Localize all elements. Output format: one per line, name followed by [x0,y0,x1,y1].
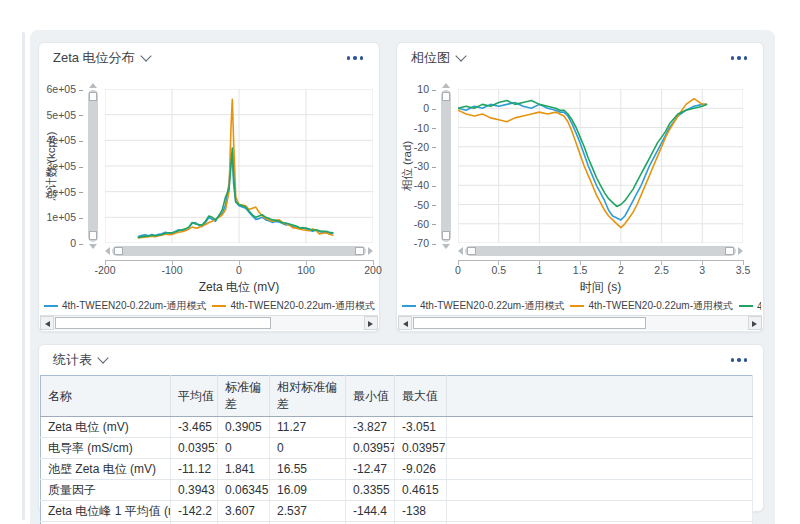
filler-cell [447,459,753,480]
plot-area[interactable] [105,89,373,243]
legend-label: 4th-TWEEN20-0.22um-通用模式 [62,299,206,313]
vertical-slider-handle-top[interactable] [89,92,97,101]
legend-item[interactable]: 4 [739,301,761,312]
vertical-slider-track[interactable] [88,90,98,242]
scrollbar-right-arrow[interactable] [364,316,378,330]
legend-label: 4th-TWEEN20-0.22um-通用模式 [230,299,374,313]
x-tick-label: 2 [618,264,624,276]
scrollbar-left-arrow[interactable] [398,316,412,330]
legend-color-dash [570,305,584,307]
horizontal-slider-handle-left[interactable] [114,247,123,255]
y-tick-label: -10 [397,122,436,134]
panel-header: 统计表 [39,345,763,375]
filler-cell [447,438,753,459]
value-cell: 16.09 [270,480,346,501]
phase-plot-panel: 相位图 相位 (rad) -70-60-50-40-30-20-10010 00… [396,42,764,332]
vertical-slider-handle-bottom[interactable] [442,231,450,240]
legend-item[interactable]: 4th-TWEEN20-0.22um-通用模式 [402,299,564,313]
x-axis-title: 时间 (s) [458,279,743,296]
horizontal-slider-handle-right[interactable] [725,247,734,255]
x-tick-label: 1 [537,264,543,276]
y-tick-label: 4e+05 [39,134,83,146]
panel-title-dropdown[interactable]: 相位图 [411,49,465,67]
horizontal-slider-track[interactable] [465,246,736,256]
vertical-zoom-slider[interactable] [440,83,452,249]
panel-horizontal-scrollbar[interactable] [398,315,762,330]
value-cell: -12.47 [346,459,395,480]
table-row[interactable]: 质量因子0.39430.0634516.090.33550.4615 [41,480,753,501]
vertical-slider-handle-bottom[interactable] [89,231,97,240]
horizontal-zoom-slider[interactable] [458,245,743,257]
column-header[interactable]: 最大值 [395,376,447,417]
table-row[interactable]: 池壁 Zeta 电位 (mV)-11.121.84116.55-12.47-9.… [41,459,753,480]
panel-horizontal-scrollbar[interactable] [40,315,378,330]
value-cell: 11.27 [270,417,346,438]
panel-title: 相位图 [411,49,450,67]
legend-color-dash [44,305,58,307]
column-header[interactable]: 相对标准偏差 [270,376,346,417]
table-row[interactable]: Zeta 电位 (mV)-3.4650.390511.27-3.827-3.05… [41,417,753,438]
legend-item[interactable]: 4th-TWEEN20-0.22um-通用模式 [212,299,374,313]
statistics-panel: 统计表 名称平均值标准偏差相对标准偏差最小值最大值Zeta 电位 (mV)-3.… [38,344,764,512]
window-scrollbar[interactable] [22,32,25,520]
plot-area[interactable] [458,89,743,243]
scrollbar-left-arrow[interactable] [40,316,54,330]
column-header[interactable]: 平均值 [171,376,218,417]
statistics-table: 名称平均值标准偏差相对标准偏差最小值最大值Zeta 电位 (mV)-3.4650… [40,375,753,524]
value-cell: -11.12 [171,459,218,480]
column-header[interactable]: 名称 [41,376,171,417]
panel-header: 相位图 [397,43,763,73]
slider-left-arrow-icon[interactable] [458,247,463,255]
vertical-zoom-slider[interactable] [87,83,99,249]
value-cell: 0.06345 [218,480,270,501]
value-cell: -3.465 [171,417,218,438]
y-tick-label: 0 [39,237,83,249]
value-cell: 16.55 [270,459,346,480]
slider-right-arrow-icon[interactable] [738,247,743,255]
scrollbar-right-arrow[interactable] [748,316,762,330]
horizontal-slider-track[interactable] [112,246,366,256]
value-cell: -9.026 [395,459,447,480]
scrollbar-thumb[interactable] [55,317,271,329]
horizontal-slider-handle-left[interactable] [467,247,476,255]
value-cell: 0 [218,438,270,459]
slider-right-arrow-icon[interactable] [368,247,373,255]
zeta-distribution-panel: Zeta 电位分布 总计数 (kcps) 01e+052e+053e+054e+… [38,42,380,332]
row-name-cell: Zeta 电位峰 1 平均值 (mV) [41,501,171,522]
more-options-button[interactable] [345,52,366,64]
legend: 4th-TWEEN20-0.22um-通用模式4th-TWEEN20-0.22u… [402,298,761,314]
vertical-slider-handle-top[interactable] [442,92,450,101]
y-tick-label: -40 [397,179,436,191]
y-tick-label: 2e+05 [39,186,83,198]
slider-down-arrow-icon[interactable] [89,244,97,249]
slider-up-arrow-icon[interactable] [89,83,97,88]
legend-item[interactable]: 4th-TWEEN20-0.22um-通用模式 [44,299,206,313]
x-tick-label: 3 [699,264,705,276]
slider-left-arrow-icon[interactable] [105,247,110,255]
legend-item[interactable]: 4th-TWEEN20-0.22um-通用模式 [570,299,732,313]
panel-title-dropdown[interactable]: 统计表 [53,351,107,369]
row-name-cell: 质量因子 [41,480,171,501]
row-name-cell: 池壁 Zeta 电位 (mV) [41,459,171,480]
column-header[interactable]: 标准偏差 [218,376,270,417]
more-options-button[interactable] [729,52,750,64]
value-cell: -144.4 [346,501,395,522]
slider-up-arrow-icon[interactable] [442,83,450,88]
x-axis-tick-labels: -200-1000100200 [105,264,373,278]
value-cell: -138 [395,501,447,522]
horizontal-slider-handle-right[interactable] [355,247,364,255]
y-tick-label: -20 [397,141,436,153]
table-row[interactable]: 电导率 (mS/cm)0.03957000.039570.03957 [41,438,753,459]
slider-down-arrow-icon[interactable] [442,244,450,249]
panel-title-dropdown[interactable]: Zeta 电位分布 [53,49,150,67]
vertical-slider-track[interactable] [441,90,451,242]
x-tick-label: 1.5 [573,264,588,276]
horizontal-zoom-slider[interactable] [105,245,373,257]
more-options-button[interactable] [729,354,750,366]
y-tick-label: -70 [397,237,436,249]
column-header[interactable]: 最小值 [346,376,395,417]
table-row[interactable]: Zeta 电位峰 1 平均值 (mV)-142.23.6072.537-144.… [41,501,753,522]
x-axis-tick-labels: 00.511.522.533.5 [458,264,743,278]
legend: 4th-TWEEN20-0.22um-通用模式4th-TWEEN20-0.22u… [44,298,377,314]
scrollbar-thumb[interactable] [413,317,646,329]
